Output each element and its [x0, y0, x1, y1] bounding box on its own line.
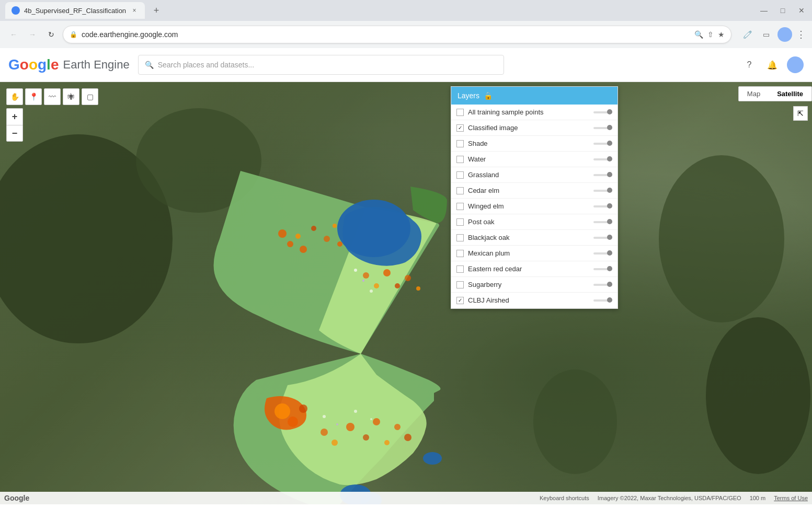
gee-logo: Google Earth Engine [8, 56, 130, 73]
layer-checkbox[interactable] [456, 187, 464, 194]
layer-item[interactable]: Winged elm [451, 199, 617, 214]
layers-lock-icon[interactable]: 🔒 [484, 91, 493, 100]
google-logo: Google [4, 494, 29, 502]
map-area[interactable]: ✋ 📍 〰 🕷 ▢ + − Layers 🔒 All training samp… [0, 82, 812, 504]
keyboard-shortcuts[interactable]: Keyboard shortcuts [540, 495, 589, 501]
svg-point-32 [384, 440, 390, 445]
layer-name: Eastern red cedar [468, 265, 589, 273]
layer-opacity-slider[interactable] [593, 299, 612, 302]
tab-favicon [12, 6, 20, 15]
layer-item[interactable]: Eastern red cedar [451, 261, 617, 277]
help-button[interactable]: ? [741, 56, 758, 73]
layer-name: Mexican plum [468, 249, 589, 257]
new-tab-button[interactable]: + [149, 3, 164, 18]
layer-item[interactable]: Sugarberry [451, 277, 617, 293]
close-button[interactable]: ✕ [796, 5, 807, 16]
svg-point-38 [323, 415, 326, 418]
layer-checkbox[interactable] [456, 250, 464, 257]
layer-item[interactable]: Mexican plum [451, 246, 617, 261]
layer-checkbox[interactable] [456, 218, 464, 226]
layer-opacity-slider[interactable] [593, 221, 612, 223]
layer-item[interactable]: Blackjack oak [451, 230, 617, 246]
fullscreen-button[interactable]: ⇱ [793, 106, 808, 121]
layer-checkbox[interactable] [456, 109, 464, 116]
layer-opacity-slider[interactable] [593, 158, 612, 160]
layer-item[interactable]: Cedar elm [451, 183, 617, 199]
layer-item[interactable]: Shade [451, 136, 617, 152]
minimize-button[interactable]: — [759, 5, 769, 16]
menu-button[interactable]: ⋮ [796, 29, 806, 40]
layer-item[interactable]: Post oak [451, 214, 617, 230]
layer-checkbox[interactable] [456, 140, 464, 147]
layers-header: Layers 🔒 [451, 87, 617, 105]
layer-checkbox[interactable] [456, 281, 464, 288]
layer-opacity-slider[interactable] [593, 127, 612, 129]
search-icon[interactable]: 🔍 [694, 30, 703, 39]
layer-item[interactable]: ✓CLBJ Airshed [451, 293, 617, 308]
layer-checkbox[interactable] [456, 156, 464, 163]
layer-opacity-slider[interactable] [593, 252, 612, 255]
notification-button[interactable]: 🔔 [764, 56, 781, 73]
active-tab[interactable]: 4b_Supervised_RF_Classification × [5, 2, 145, 19]
layer-item[interactable]: ✓Classified image [451, 120, 617, 136]
sidebar-icon[interactable]: ▭ [759, 27, 773, 42]
forward-button[interactable]: → [25, 27, 40, 42]
layer-name: Classified image [468, 124, 589, 132]
map-view-button[interactable]: Map [739, 87, 769, 101]
layers-list[interactable]: All training sample points✓Classified im… [451, 105, 617, 308]
back-button[interactable]: ← [6, 27, 21, 42]
layer-checkbox[interactable] [456, 171, 464, 179]
map-overlay [0, 82, 812, 504]
layer-item[interactable]: Water [451, 152, 617, 167]
maximize-button[interactable]: □ [777, 5, 788, 16]
user-avatar[interactable] [787, 56, 804, 73]
zoom-in-button[interactable]: + [6, 108, 23, 125]
status-bar: Google Keyboard shortcuts Imagery ©2022,… [0, 492, 812, 504]
svg-point-29 [346, 423, 354, 431]
svg-point-13 [333, 224, 337, 228]
layer-item[interactable]: All training sample points [451, 105, 617, 120]
point-tool[interactable]: 📍 [25, 88, 42, 105]
layer-opacity-slider[interactable] [593, 284, 612, 286]
search-bar[interactable]: 🔍 Search places and datasets... [138, 55, 504, 75]
layer-opacity-slider[interactable] [593, 268, 612, 270]
svg-point-8 [287, 241, 293, 247]
bookmark-icon[interactable]: ★ [718, 30, 725, 39]
url-bar[interactable]: 🔒 code.earthengine.google.com 🔍 ⇧ ★ [63, 26, 731, 43]
layer-checkbox[interactable]: ✓ [456, 297, 464, 304]
layer-opacity-slider[interactable] [593, 237, 612, 239]
layer-name: Sugarberry [468, 281, 589, 288]
svg-point-18 [395, 283, 400, 288]
layer-opacity-slider[interactable] [593, 190, 612, 192]
satellite-view-button[interactable]: Satellite [769, 87, 811, 101]
reload-button[interactable]: ↻ [44, 27, 59, 42]
layer-opacity-slider[interactable] [593, 143, 612, 145]
map-view-toggle: Map Satellite [738, 86, 812, 101]
svg-point-9 [295, 234, 301, 239]
zoom-out-button[interactable]: − [6, 125, 23, 142]
layer-opacity-slider[interactable] [593, 111, 612, 113]
svg-point-37 [423, 452, 442, 465]
svg-point-17 [383, 269, 391, 276]
layer-item[interactable]: Grassland [451, 167, 617, 183]
layer-opacity-slider[interactable] [593, 174, 612, 176]
layer-name: Grassland [468, 171, 589, 179]
svg-point-28 [331, 440, 338, 446]
header-actions: ? 🔔 [741, 56, 804, 73]
rectangle-tool[interactable]: ▢ [82, 88, 98, 105]
polygon-tool[interactable]: 🕷 [63, 88, 79, 105]
layer-checkbox[interactable] [456, 265, 464, 273]
profile-avatar[interactable] [777, 27, 792, 42]
line-tool[interactable]: 〰 [44, 88, 61, 105]
layer-checkbox[interactable] [456, 234, 464, 241]
layer-opacity-slider[interactable] [593, 205, 612, 207]
svg-point-26 [299, 405, 307, 413]
hand-tool[interactable]: ✋ [6, 88, 23, 105]
svg-point-41 [370, 418, 372, 420]
layer-checkbox[interactable]: ✓ [456, 124, 464, 132]
tab-close-button[interactable]: × [130, 6, 139, 15]
terms-of-use[interactable]: Terms of Use [774, 495, 808, 501]
share-icon[interactable]: ⇧ [707, 30, 714, 39]
layer-checkbox[interactable] [456, 203, 464, 210]
extensions-icon[interactable]: 🧷 [740, 27, 754, 42]
